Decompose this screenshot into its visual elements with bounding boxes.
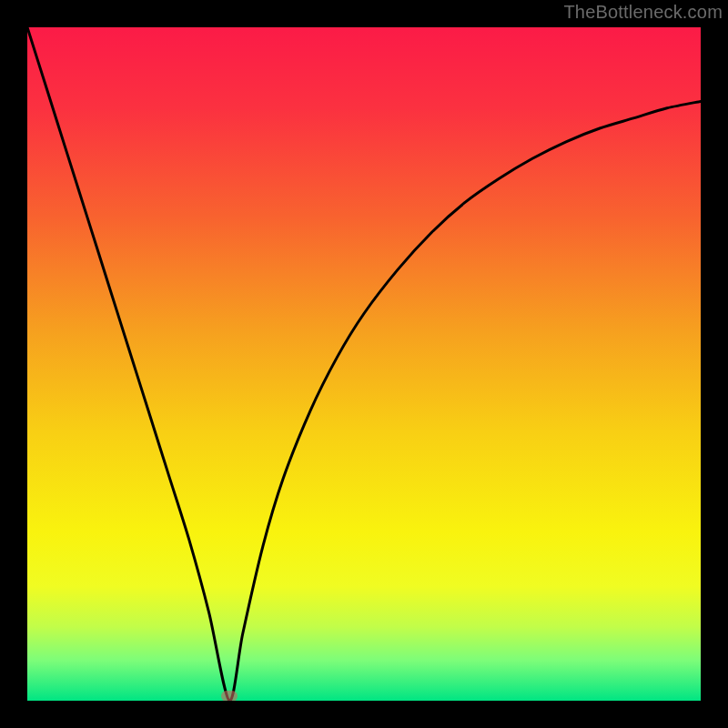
curve-layer xyxy=(27,27,701,701)
plot-area xyxy=(27,27,701,701)
attribution-text: TheBottleneck.com xyxy=(563,2,723,23)
chart-frame: TheBottleneck.com xyxy=(0,0,728,728)
minimum-marker xyxy=(221,691,238,701)
bottleneck-curve xyxy=(27,27,701,701)
